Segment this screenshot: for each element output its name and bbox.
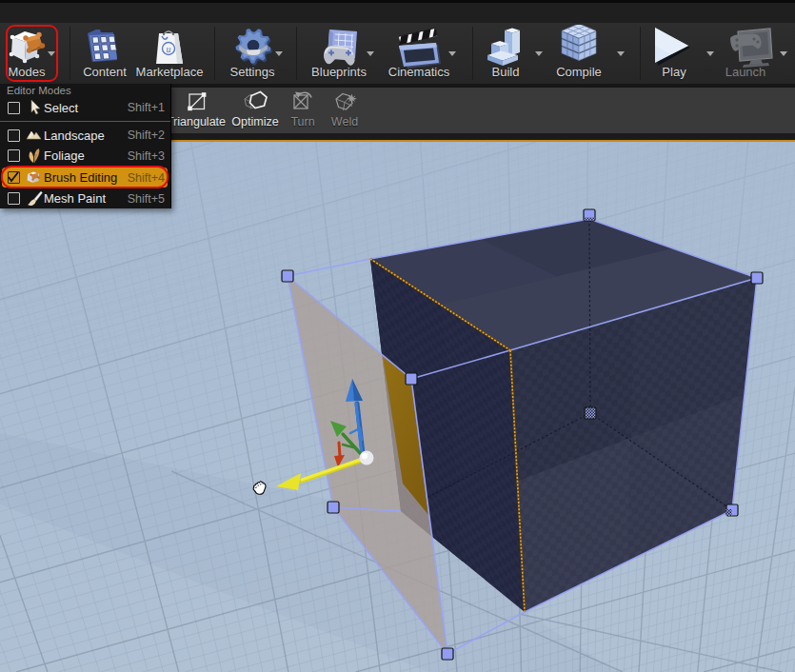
svg-text:u: u (167, 44, 171, 54)
